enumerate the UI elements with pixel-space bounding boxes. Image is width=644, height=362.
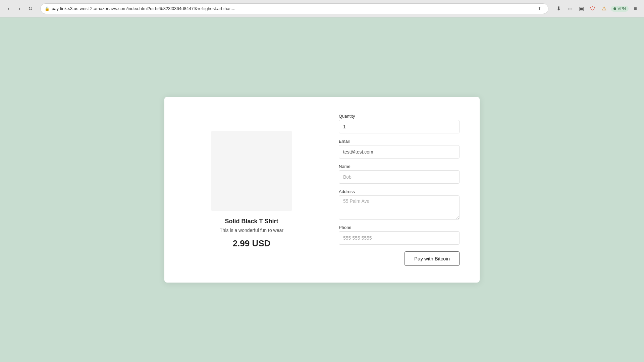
sidebar-toggle-icon[interactable]: ▭ [565,4,575,13]
name-input[interactable] [339,170,460,184]
refresh-button[interactable]: ↻ [25,4,35,13]
brave-shield-icon[interactable]: 🛡 [588,4,597,13]
nav-buttons: ‹ › ↻ [4,4,35,13]
vpn-badge[interactable]: VPN [611,6,629,12]
payment-card: Solid Black T Shirt This is a wonderful … [164,97,480,283]
quantity-input[interactable] [339,120,460,133]
pay-with-bitcoin-button[interactable]: Pay with Bitcoin [405,251,460,266]
vpn-dot [613,7,616,10]
product-image [211,131,292,211]
form-panel: Quantity Email Name Address Phone [339,114,460,266]
browser-content: Solid Black T Shirt This is a wonderful … [0,17,644,362]
security-icon: 🔒 [45,6,50,11]
quantity-label: Quantity [339,114,460,119]
download-icon[interactable]: ⬇ [554,4,563,13]
email-label: Email [339,139,460,144]
url-text: pay-link.s3.us-west-2.amazonaws.com/inde… [52,6,533,11]
email-group: Email [339,139,460,159]
address-label: Address [339,189,460,194]
product-panel: Solid Black T Shirt This is a wonderful … [184,114,319,266]
address-group: Address [339,189,460,220]
product-price: 2.99 USD [233,238,271,249]
address-input[interactable] [339,195,460,220]
vpn-label: VPN [618,6,626,11]
phone-label: Phone [339,225,460,230]
name-label: Name [339,164,460,169]
name-group: Name [339,164,460,184]
back-button[interactable]: ‹ [4,4,13,13]
refresh-icon: ↻ [28,5,33,12]
phone-input[interactable] [339,231,460,245]
product-description: This is a wonderful fun to wear [220,228,283,233]
menu-icon[interactable]: ≡ [631,4,640,13]
wallet-icon[interactable]: ▣ [577,4,586,13]
phone-group: Phone [339,225,460,245]
forward-icon: › [18,6,20,12]
browser-window: ‹ › ↻ 🔒 pay-link.s3.us-west-2.amazonaws.… [0,0,644,362]
button-row: Pay with Bitcoin [339,251,460,266]
forward-button[interactable]: › [15,4,24,13]
toolbar-actions: ⬇ ▭ ▣ 🛡 ⚠ VPN ≡ [554,4,640,13]
product-name: Solid Black T Shirt [225,218,278,225]
browser-toolbar: ‹ › ↻ 🔒 pay-link.s3.us-west-2.amazonaws.… [0,0,644,17]
share-icon[interactable]: ⬆ [535,4,544,13]
alert-icon[interactable]: ⚠ [599,4,609,13]
address-bar[interactable]: 🔒 pay-link.s3.us-west-2.amazonaws.com/in… [40,3,548,14]
back-icon: ‹ [8,6,9,12]
email-input[interactable] [339,145,460,159]
quantity-group: Quantity [339,114,460,133]
